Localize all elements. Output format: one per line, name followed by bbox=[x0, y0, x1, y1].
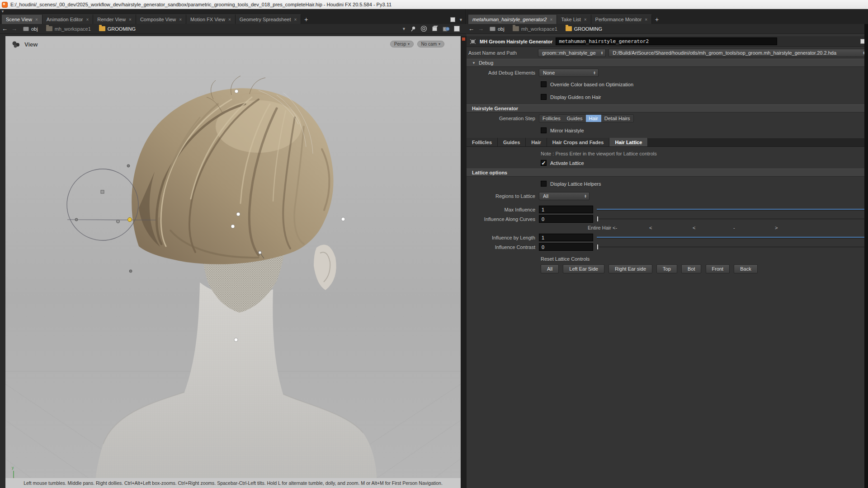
asset-name-dropdown[interactable]: groom::mh_hairstyle_gen... bbox=[538, 49, 606, 57]
maximize-pane-icon[interactable] bbox=[450, 17, 455, 22]
ear bbox=[314, 245, 336, 290]
smooth-shading-icon[interactable] bbox=[443, 25, 450, 32]
step-follicles[interactable]: Follicles bbox=[539, 115, 564, 122]
add-debug-dropdown[interactable]: None bbox=[539, 69, 599, 77]
regions-row: Regions to Lattice All bbox=[467, 192, 868, 200]
wireframe-shading-icon[interactable] bbox=[431, 25, 439, 32]
breadcrumb-workspace[interactable]: mh_workspace1 bbox=[509, 24, 561, 33]
camera-select-button[interactable]: No cam bbox=[417, 41, 444, 47]
mirror-row: Mirror Hairstyle bbox=[467, 127, 868, 134]
display-guides-checkbox[interactable] bbox=[541, 94, 547, 100]
back-arrow-icon[interactable]: ← bbox=[468, 25, 474, 32]
node-header: MH Groom Hairstyle Generator metahuman_h… bbox=[467, 36, 868, 47]
lattice-note: Note : Press Enter in the viewport for L… bbox=[467, 151, 868, 156]
breadcrumb-obj[interactable]: obj bbox=[19, 24, 42, 33]
max-influence-row: Max Influence 1 bbox=[467, 206, 868, 213]
reset-front-button[interactable]: Front bbox=[706, 264, 730, 273]
influence-contrast-slider[interactable] bbox=[597, 243, 864, 251]
influence-contrast-row: Influence Contrast 0 bbox=[467, 243, 868, 251]
forward-arrow-icon[interactable]: → bbox=[478, 25, 484, 32]
new-tab-button[interactable]: + bbox=[301, 14, 311, 24]
activate-lattice-checkbox[interactable] bbox=[541, 160, 547, 166]
generation-step-row: Generation Step Follicles Guides Hair De… bbox=[467, 114, 868, 122]
influence-contrast-field[interactable]: 0 bbox=[539, 243, 593, 251]
breadcrumb-obj[interactable]: obj bbox=[486, 24, 509, 33]
close-icon[interactable]: × bbox=[584, 17, 587, 22]
influence-curves-field[interactable]: 0 bbox=[539, 215, 593, 223]
tab-motion-fx-view[interactable]: Motion FX View × bbox=[186, 14, 236, 24]
close-icon[interactable]: × bbox=[86, 17, 89, 22]
influence-curves-slider[interactable] bbox=[597, 215, 864, 223]
override-color-checkbox[interactable] bbox=[541, 81, 547, 87]
viewport-stowbar[interactable] bbox=[461, 36, 467, 488]
step-detail-hairs[interactable]: Detail Hairs bbox=[601, 115, 633, 122]
active-handle-dot[interactable] bbox=[128, 218, 132, 222]
spinner-icon bbox=[600, 51, 603, 55]
step-hair[interactable]: Hair bbox=[586, 115, 601, 122]
pin-icon[interactable] bbox=[410, 26, 416, 32]
display-options-icon[interactable] bbox=[454, 26, 460, 32]
close-icon[interactable]: × bbox=[228, 17, 231, 22]
node-type-label: MH Groom Hairstyle Generator bbox=[480, 39, 552, 44]
persp-view-button[interactable]: Persp bbox=[390, 41, 414, 47]
influence-length-slider[interactable] bbox=[597, 234, 864, 241]
subtab-guides[interactable]: Guides bbox=[498, 138, 526, 146]
node-type-icon bbox=[469, 38, 476, 45]
breadcrumb-workspace[interactable]: mh_workspace1 bbox=[42, 24, 95, 33]
debug-section-header[interactable]: Debug bbox=[467, 59, 868, 67]
close-icon[interactable]: × bbox=[550, 17, 553, 22]
pane-menu-icon[interactable]: ▼ bbox=[1, 9, 5, 14]
lattice-helpers-row: Display Lattice Helpers bbox=[467, 180, 868, 188]
tab-take-list[interactable]: Take List × bbox=[557, 14, 591, 24]
max-influence-field[interactable]: 1 bbox=[539, 206, 593, 213]
tab-performance-monitor[interactable]: Performance Monitor × bbox=[591, 14, 652, 24]
spinner-icon bbox=[584, 194, 587, 198]
new-tab-button[interactable]: + bbox=[652, 14, 662, 24]
scene-viewport[interactable]: y x z View Persp No cam Left mouse tumbl… bbox=[5, 36, 461, 488]
generation-step-group: Follicles Guides Hair Detail Hairs bbox=[539, 114, 634, 122]
step-guides[interactable]: Guides bbox=[564, 115, 586, 122]
mirror-hairstyle-checkbox[interactable] bbox=[541, 127, 547, 133]
tab-parameters[interactable]: metahuman_hairstyle_generator2 × bbox=[468, 14, 557, 24]
subtab-hair[interactable]: Hair bbox=[526, 138, 547, 146]
breadcrumb-grooming[interactable]: GROOMING bbox=[561, 24, 606, 33]
reset-bot-button[interactable]: Bot bbox=[681, 264, 702, 273]
tab-animation-editor[interactable]: Animation Editor × bbox=[42, 14, 94, 24]
reset-top-button[interactable]: Top bbox=[656, 264, 677, 273]
regions-dropdown[interactable]: All bbox=[539, 192, 590, 200]
influence-length-field[interactable]: 1 bbox=[539, 234, 593, 241]
path-dropdown-icon[interactable]: ▼ bbox=[402, 27, 406, 31]
back-arrow-icon[interactable]: ← bbox=[2, 25, 8, 32]
subtab-hair-crops-and-fades[interactable]: Hair Crops and Fades bbox=[547, 138, 610, 146]
reset-right-ear-button[interactable]: Right Ear side bbox=[609, 264, 652, 273]
view-icon bbox=[12, 41, 21, 48]
target-icon[interactable] bbox=[420, 25, 427, 32]
tab-render-view[interactable]: Render View × bbox=[93, 14, 136, 24]
subtab-follicles[interactable]: Follicles bbox=[467, 138, 498, 146]
close-icon[interactable]: × bbox=[129, 17, 132, 22]
max-influence-slider[interactable] bbox=[597, 206, 864, 213]
viewport-view-menu[interactable]: View bbox=[12, 41, 38, 48]
network-icon bbox=[46, 26, 52, 31]
breadcrumb-grooming[interactable]: GROOMING bbox=[95, 24, 140, 33]
close-icon[interactable]: × bbox=[35, 17, 38, 22]
display-lattice-helpers-checkbox[interactable] bbox=[541, 181, 547, 187]
reset-back-button[interactable]: Back bbox=[734, 264, 757, 273]
close-icon[interactable]: × bbox=[179, 17, 182, 22]
tab-scene-view[interactable]: Scene View × bbox=[2, 14, 42, 24]
influence-curves-row: Influence Along Curves 0 bbox=[467, 215, 868, 223]
forward-arrow-icon[interactable]: → bbox=[11, 25, 17, 32]
reset-all-button[interactable]: All bbox=[541, 264, 559, 273]
hair bbox=[132, 76, 333, 264]
close-icon[interactable]: × bbox=[294, 17, 297, 22]
node-name-field[interactable]: metahuman_hairstyle_generator2 bbox=[556, 38, 777, 45]
reset-left-ear-button[interactable]: Left Ear Side bbox=[563, 264, 604, 273]
reset-buttons-row: All Left Ear Side Right Ear side Top Bot… bbox=[467, 264, 868, 273]
tab-composite-view[interactable]: Composite View × bbox=[136, 14, 186, 24]
tab-geometry-spreadsheet[interactable]: Geometry Spreadsheet × bbox=[236, 14, 302, 24]
pane-dropdown-icon[interactable]: ▼ bbox=[459, 18, 463, 22]
close-icon[interactable]: × bbox=[645, 17, 647, 22]
parameter-pane-scrollbar[interactable] bbox=[864, 24, 868, 488]
subtab-hair-lattice[interactable]: Hair Lattice bbox=[609, 138, 648, 146]
asset-path-dropdown[interactable]: D:/Build/ArtSource/Shared/houdini/otls/m… bbox=[609, 49, 868, 57]
